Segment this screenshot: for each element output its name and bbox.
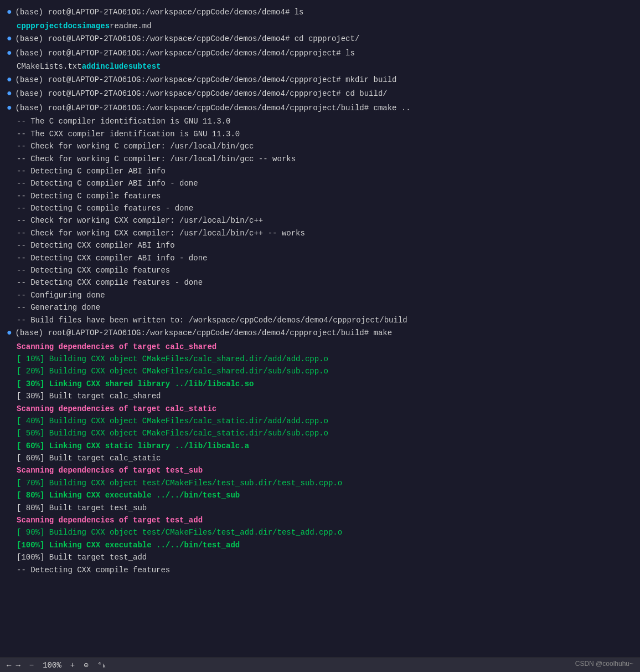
cmake-out-3: -- Check for working C compiler: /usr/lo… <box>17 140 633 152</box>
cmake-out-1: -- The C compiler identification is GNU … <box>17 115 633 127</box>
cmake-out-7: -- Detecting C compile features <box>17 190 633 202</box>
bullet-4: ● <box>7 73 12 88</box>
make-20: [ 20%] Building CXX object CMakeFiles/ca… <box>17 365 633 377</box>
dir-cppproject: cppproject <box>17 20 63 32</box>
cmake-out-9: -- Check for working CXX compiler: /usr/… <box>17 214 633 227</box>
prompt-2: (base) root@LAPTOP-2TAO61OG:/workspace/c… <box>16 33 360 45</box>
make-80-built-test-sub: [ 80%] Built target test_sub <box>17 502 633 514</box>
make-70: [ 70%] Building CXX object test/CMakeFil… <box>17 477 633 489</box>
forward-arrow[interactable]: → <box>16 661 20 670</box>
make-scan-test-add: Scanning dependencies of target test_add <box>17 514 633 526</box>
nav-arrows: ← → <box>7 661 20 670</box>
make-60-link-static: [ 60%] Linking CXX static library ../lib… <box>17 440 633 452</box>
make-80-link-test-sub: [ 80%] Linking CXX executable ../../bin/… <box>17 489 633 501</box>
prompt-1: (base) root@LAPTOP-2TAO61OG:/workspace/c… <box>16 6 304 18</box>
fit-icon[interactable]: ⁴ₖ <box>97 660 107 670</box>
dir-include: include <box>96 60 128 73</box>
dir-images: images <box>82 20 110 32</box>
output-ls-2: CMakeLists.txt add include sub test <box>7 60 633 73</box>
make-50: [ 50%] Building CXX object CMakeFiles/ca… <box>17 427 633 439</box>
cmake-out-14: -- Detecting CXX compile features - done <box>17 276 633 289</box>
bottom-navigation-bar[interactable]: ← → − 100% + ⊙ ⁴ₖ <box>0 658 640 672</box>
prompt-4: (base) root@LAPTOP-2TAO61OG:/workspace/c… <box>16 74 397 86</box>
command-line-2: ● (base) root@LAPTOP-2TAO61OG:/workspace… <box>7 32 633 47</box>
cmake-out-13: -- Detecting CXX compile features <box>17 264 633 276</box>
cmake-out-10: -- Check for working CXX compiler: /usr/… <box>17 227 633 239</box>
download-icon[interactable]: ⊙ <box>84 660 88 670</box>
dir-add: add <box>82 60 96 73</box>
command-line-7: ● (base) root@LAPTOP-2TAO61OG:/workspace… <box>7 326 633 341</box>
dir-test: test <box>142 60 161 73</box>
bullet-2: ● <box>7 32 12 47</box>
bullet-6: ● <box>7 101 12 116</box>
command-line-5: ● (base) root@LAPTOP-2TAO61OG:/workspace… <box>7 87 633 101</box>
make-10: [ 10%] Building CXX object CMakeFiles/ca… <box>17 353 633 365</box>
make-30-built-shared: [ 30%] Built target calc_shared <box>17 390 633 402</box>
back-arrow[interactable]: ← <box>7 661 11 670</box>
make-output: Scanning dependencies of target calc_sha… <box>7 341 633 564</box>
partial-bottom-line: -- Detecting CXX compile features <box>7 564 633 576</box>
cmake-out-15: -- Configuring done <box>17 289 633 301</box>
make-60-built-static: [ 60%] Built target calc_static <box>17 452 633 464</box>
command-line-4: ● (base) root@LAPTOP-2TAO61OG:/workspace… <box>7 73 633 88</box>
cmake-out-11: -- Detecting CXX compiler ABI info <box>17 239 633 252</box>
cmake-out-2: -- The CXX compiler identification is GN… <box>17 128 633 140</box>
command-line-1: ● (base) root@LAPTOP-2TAO61OG:/workspace… <box>7 6 633 20</box>
cmake-out-4: -- Check for working C compiler: /usr/lo… <box>17 153 633 165</box>
make-90: [ 90%] Building CXX object test/CMakeFil… <box>17 526 633 538</box>
terminal-window: ● (base) root@LAPTOP-2TAO61OG:/workspace… <box>0 0 640 672</box>
command-line-3: ● (base) root@LAPTOP-2TAO61OG:/workspace… <box>7 47 633 61</box>
cmake-out-8: -- Detecting C compile features - done <box>17 202 633 214</box>
cmake-out-5: -- Detecting C compiler ABI info <box>17 165 633 177</box>
bullet-3: ● <box>7 47 12 61</box>
prompt-3: (base) root@LAPTOP-2TAO61OG:/workspace/c… <box>16 47 355 59</box>
dir-sub: sub <box>128 60 142 73</box>
make-100-link-test-add: [100%] Linking CXX executable ../../bin/… <box>17 539 633 551</box>
output-ls-1: cppproject docs images readme.md <box>7 20 633 32</box>
zoom-level: 100% <box>43 661 61 670</box>
cmake-out-17: -- Build files have been written to: /wo… <box>17 314 633 326</box>
terminal-content: ● (base) root@LAPTOP-2TAO61OG:/workspace… <box>7 6 633 598</box>
make-100-built-test-add: [100%] Built target test_add <box>17 551 633 563</box>
prompt-5: (base) root@LAPTOP-2TAO61OG:/workspace/c… <box>16 88 388 100</box>
watermark: CSDN @coolhuhu~ <box>575 660 633 668</box>
command-line-6: ● (base) root@LAPTOP-2TAO61OG:/workspace… <box>7 101 633 116</box>
dir-docs: docs <box>63 20 82 32</box>
make-scan-test-sub: Scanning dependencies of target test_sub <box>17 464 633 476</box>
cmake-output: -- The C compiler identification is GNU … <box>7 115 633 326</box>
prompt-7: (base) root@LAPTOP-2TAO61OG:/workspace/c… <box>16 327 393 339</box>
zoom-minus[interactable]: − <box>29 661 34 670</box>
zoom-plus[interactable]: + <box>70 661 75 670</box>
make-30-link-shared: [ 30%] Linking CXX shared library ../lib… <box>17 378 633 390</box>
bullet-7: ● <box>7 326 12 341</box>
cmake-out-6: -- Detecting C compiler ABI info - done <box>17 177 633 189</box>
bullet-1: ● <box>7 6 12 20</box>
bullet-5: ● <box>7 87 12 101</box>
make-scan-static: Scanning dependencies of target calc_sta… <box>17 403 633 415</box>
prompt-6: (base) root@LAPTOP-2TAO61OG:/workspace/c… <box>16 102 411 114</box>
cmake-out-16: -- Generating done <box>17 301 633 314</box>
cmake-out-12: -- Detecting CXX compiler ABI info - don… <box>17 252 633 264</box>
make-scan-shared: Scanning dependencies of target calc_sha… <box>17 341 633 353</box>
make-40: [ 40%] Building CXX object CMakeFiles/ca… <box>17 415 633 427</box>
